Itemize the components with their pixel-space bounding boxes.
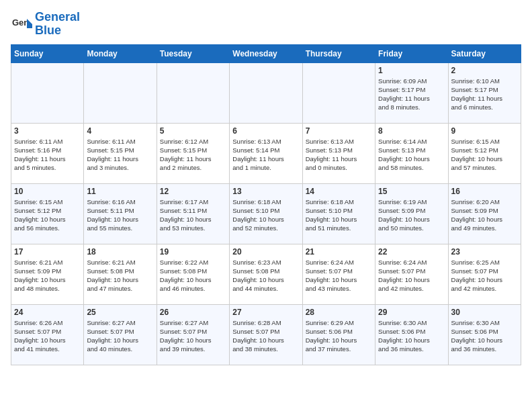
day-info: Sunrise: 6:28 AM Sunset: 5:07 PM Dayligh… xyxy=(232,318,299,354)
calendar-cell: 6Sunrise: 6:13 AM Sunset: 5:14 PM Daylig… xyxy=(230,123,302,183)
day-number: 22 xyxy=(378,247,445,257)
day-info: Sunrise: 6:16 AM Sunset: 5:11 PM Dayligh… xyxy=(87,197,153,233)
day-info: Sunrise: 6:22 AM Sunset: 5:08 PM Dayligh… xyxy=(160,258,226,293)
day-number: 12 xyxy=(160,187,226,196)
day-info: Sunrise: 6:13 AM Sunset: 5:13 PM Dayligh… xyxy=(306,137,372,173)
day-info: Sunrise: 6:10 AM Sunset: 5:17 PM Dayligh… xyxy=(451,77,518,112)
weekday-header: Thursday xyxy=(302,44,375,62)
calendar-cell: 18Sunrise: 6:21 AM Sunset: 5:08 PM Dayli… xyxy=(84,244,157,304)
day-number: 1 xyxy=(378,66,445,75)
day-number: 7 xyxy=(306,126,372,136)
calendar-week-row: 10Sunrise: 6:15 AM Sunset: 5:12 PM Dayli… xyxy=(11,183,521,244)
day-info: Sunrise: 6:12 AM Sunset: 5:15 PM Dayligh… xyxy=(160,137,226,173)
day-number: 11 xyxy=(87,187,153,196)
day-info: Sunrise: 6:30 AM Sunset: 5:06 PM Dayligh… xyxy=(378,318,445,354)
logo-icon: Gen xyxy=(12,16,32,32)
calendar-cell: 30Sunrise: 6:30 AM Sunset: 5:06 PM Dayli… xyxy=(448,304,521,365)
logo: Gen General Blue xyxy=(11,11,80,38)
day-number: 27 xyxy=(232,308,299,317)
calendar-cell: 14Sunrise: 6:18 AM Sunset: 5:10 PM Dayli… xyxy=(302,183,375,244)
calendar-cell: 10Sunrise: 6:15 AM Sunset: 5:12 PM Dayli… xyxy=(11,183,84,244)
calendar-cell: 23Sunrise: 6:25 AM Sunset: 5:07 PM Dayli… xyxy=(448,244,521,304)
calendar-cell: 12Sunrise: 6:17 AM Sunset: 5:11 PM Dayli… xyxy=(157,183,229,244)
day-number: 26 xyxy=(160,308,226,317)
calendar-cell: 3Sunrise: 6:11 AM Sunset: 5:16 PM Daylig… xyxy=(11,123,84,183)
day-info: Sunrise: 6:13 AM Sunset: 5:14 PM Dayligh… xyxy=(232,137,299,173)
day-info: Sunrise: 6:18 AM Sunset: 5:10 PM Dayligh… xyxy=(306,197,372,233)
day-info: Sunrise: 6:17 AM Sunset: 5:11 PM Dayligh… xyxy=(160,197,226,233)
weekday-header: Wednesday xyxy=(230,44,302,62)
calendar-cell: 20Sunrise: 6:23 AM Sunset: 5:08 PM Dayli… xyxy=(230,244,302,304)
header: Gen General Blue xyxy=(11,11,521,38)
day-info: Sunrise: 6:19 AM Sunset: 5:09 PM Dayligh… xyxy=(378,197,445,233)
weekday-header: Friday xyxy=(375,44,448,62)
day-number: 13 xyxy=(232,187,299,196)
day-number: 17 xyxy=(14,247,81,257)
day-info: Sunrise: 6:11 AM Sunset: 5:16 PM Dayligh… xyxy=(14,137,81,173)
day-number: 14 xyxy=(306,187,372,196)
calendar-cell xyxy=(84,62,157,123)
calendar-cell: 2Sunrise: 6:10 AM Sunset: 5:17 PM Daylig… xyxy=(448,62,521,123)
calendar-cell: 21Sunrise: 6:24 AM Sunset: 5:07 PM Dayli… xyxy=(302,244,375,304)
calendar-week-row: 1Sunrise: 6:09 AM Sunset: 5:17 PM Daylig… xyxy=(11,62,521,123)
day-number: 30 xyxy=(451,308,518,317)
calendar-cell: 5Sunrise: 6:12 AM Sunset: 5:15 PM Daylig… xyxy=(157,123,229,183)
day-info: Sunrise: 6:26 AM Sunset: 5:07 PM Dayligh… xyxy=(14,318,81,354)
day-number: 3 xyxy=(14,126,81,136)
day-info: Sunrise: 6:18 AM Sunset: 5:10 PM Dayligh… xyxy=(232,197,299,233)
calendar-cell: 16Sunrise: 6:20 AM Sunset: 5:09 PM Dayli… xyxy=(448,183,521,244)
day-info: Sunrise: 6:23 AM Sunset: 5:08 PM Dayligh… xyxy=(232,258,299,293)
calendar-cell: 15Sunrise: 6:19 AM Sunset: 5:09 PM Dayli… xyxy=(375,183,448,244)
day-info: Sunrise: 6:11 AM Sunset: 5:15 PM Dayligh… xyxy=(87,137,153,173)
calendar-cell xyxy=(157,62,229,123)
weekday-header: Tuesday xyxy=(157,44,229,62)
day-info: Sunrise: 6:15 AM Sunset: 5:12 PM Dayligh… xyxy=(14,197,81,233)
day-number: 4 xyxy=(87,126,153,136)
calendar-cell: 26Sunrise: 6:27 AM Sunset: 5:07 PM Dayli… xyxy=(157,304,229,365)
day-number: 8 xyxy=(378,126,445,136)
calendar-cell: 13Sunrise: 6:18 AM Sunset: 5:10 PM Dayli… xyxy=(230,183,302,244)
calendar-week-row: 24Sunrise: 6:26 AM Sunset: 5:07 PM Dayli… xyxy=(11,304,521,365)
weekday-header: Saturday xyxy=(448,44,521,62)
calendar-week-row: 17Sunrise: 6:21 AM Sunset: 5:09 PM Dayli… xyxy=(11,244,521,304)
weekday-header-row: SundayMondayTuesdayWednesdayThursdayFrid… xyxy=(11,44,521,62)
day-number: 5 xyxy=(160,126,226,136)
day-number: 23 xyxy=(451,247,518,257)
day-number: 28 xyxy=(306,308,372,317)
logo-text: General Blue xyxy=(35,11,80,38)
day-number: 15 xyxy=(378,187,445,196)
svg-text:Gen: Gen xyxy=(12,17,29,28)
calendar-cell xyxy=(230,62,302,123)
day-info: Sunrise: 6:21 AM Sunset: 5:09 PM Dayligh… xyxy=(14,258,81,293)
day-info: Sunrise: 6:21 AM Sunset: 5:08 PM Dayligh… xyxy=(87,258,153,293)
day-number: 21 xyxy=(306,247,372,257)
calendar-cell xyxy=(302,62,375,123)
day-number: 2 xyxy=(451,66,518,75)
calendar-cell: 8Sunrise: 6:14 AM Sunset: 5:13 PM Daylig… xyxy=(375,123,448,183)
day-number: 20 xyxy=(232,247,299,257)
day-number: 9 xyxy=(451,126,518,136)
calendar-table: SundayMondayTuesdayWednesdayThursdayFrid… xyxy=(11,44,521,365)
calendar-cell: 1Sunrise: 6:09 AM Sunset: 5:17 PM Daylig… xyxy=(375,62,448,123)
day-info: Sunrise: 6:30 AM Sunset: 5:06 PM Dayligh… xyxy=(451,318,518,354)
calendar-cell: 4Sunrise: 6:11 AM Sunset: 5:15 PM Daylig… xyxy=(84,123,157,183)
day-number: 16 xyxy=(451,187,518,196)
day-number: 24 xyxy=(14,308,81,317)
day-info: Sunrise: 6:25 AM Sunset: 5:07 PM Dayligh… xyxy=(451,258,518,293)
day-info: Sunrise: 6:20 AM Sunset: 5:09 PM Dayligh… xyxy=(451,197,518,233)
calendar-cell: 9Sunrise: 6:15 AM Sunset: 5:12 PM Daylig… xyxy=(448,123,521,183)
day-info: Sunrise: 6:15 AM Sunset: 5:12 PM Dayligh… xyxy=(451,137,518,173)
day-info: Sunrise: 6:14 AM Sunset: 5:13 PM Dayligh… xyxy=(378,137,445,173)
day-info: Sunrise: 6:29 AM Sunset: 5:06 PM Dayligh… xyxy=(306,318,372,354)
calendar-cell: 7Sunrise: 6:13 AM Sunset: 5:13 PM Daylig… xyxy=(302,123,375,183)
day-info: Sunrise: 6:09 AM Sunset: 5:17 PM Dayligh… xyxy=(378,77,445,112)
calendar-cell: 22Sunrise: 6:24 AM Sunset: 5:07 PM Dayli… xyxy=(375,244,448,304)
weekday-header: Monday xyxy=(84,44,157,62)
calendar-cell: 25Sunrise: 6:27 AM Sunset: 5:07 PM Dayli… xyxy=(84,304,157,365)
day-number: 25 xyxy=(87,308,153,317)
calendar-cell: 27Sunrise: 6:28 AM Sunset: 5:07 PM Dayli… xyxy=(230,304,302,365)
day-info: Sunrise: 6:27 AM Sunset: 5:07 PM Dayligh… xyxy=(160,318,226,354)
calendar-cell: 28Sunrise: 6:29 AM Sunset: 5:06 PM Dayli… xyxy=(302,304,375,365)
calendar-cell: 24Sunrise: 6:26 AM Sunset: 5:07 PM Dayli… xyxy=(11,304,84,365)
calendar-cell: 29Sunrise: 6:30 AM Sunset: 5:06 PM Dayli… xyxy=(375,304,448,365)
